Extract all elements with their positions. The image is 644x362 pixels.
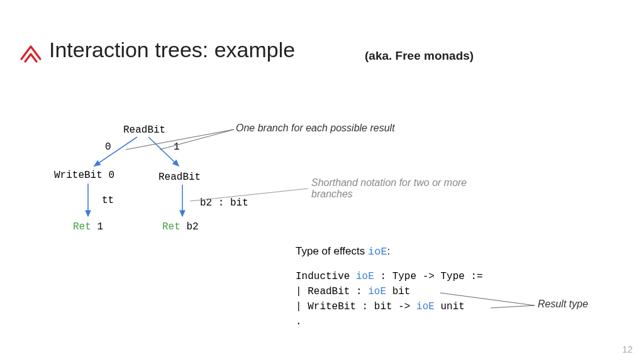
annotation-result-type: Result type: [538, 299, 588, 310]
ret-keyword: Ret: [73, 221, 91, 233]
tree-right-leaf: Ret b2: [162, 221, 199, 233]
code-line-2: | ReadBit : ioE bit: [296, 284, 483, 299]
slide-title: Interaction trees: example: [49, 38, 295, 62]
code-line-1: Inductive ioE : Type -> Type :=: [296, 269, 483, 284]
svg-line-0: [94, 137, 137, 166]
code-block: Inductive ioE : Type -> Type := | ReadBi…: [296, 269, 483, 329]
tree-edge-left-label: 0: [105, 141, 111, 153]
annotation-shorthand-line2: branches: [311, 189, 467, 200]
page-number: 12: [622, 344, 633, 354]
tree-edge-right-label: 1: [174, 141, 180, 153]
annotation-branches: One branch for each possible result: [236, 123, 395, 134]
tree-root: ReadBit: [123, 124, 165, 136]
annotation-shorthand-line1: Shorthand notation for two or more: [311, 177, 467, 189]
code-line-4: .: [296, 314, 483, 329]
slide-subtitle: (aka. Free monads): [365, 49, 474, 63]
code-intro: Type of effects ioE:: [296, 245, 390, 258]
code-intro-pre: Type of effects: [296, 245, 368, 257]
code-intro-ioE: ioE: [368, 246, 387, 258]
annotation-shorthand: Shorthand notation for two or more branc…: [311, 177, 467, 200]
code-intro-post: :: [387, 245, 391, 257]
ret-value: b2: [180, 221, 199, 233]
tree-right-child: ReadBit: [158, 172, 201, 183]
tree-right-mid: b2 : bit: [200, 197, 248, 209]
tree-left-mid: tt: [102, 195, 114, 206]
ret-keyword: Ret: [162, 221, 180, 233]
svg-line-4: [160, 129, 234, 150]
ret-value: 1: [91, 221, 103, 233]
logo-icon: [19, 43, 43, 67]
tree-left-child: WriteBit 0: [54, 170, 114, 181]
tree-left-leaf: Ret 1: [73, 221, 103, 233]
code-line-3: | WriteBit : bit -> ioE unit: [296, 299, 483, 314]
svg-line-7: [491, 305, 535, 308]
